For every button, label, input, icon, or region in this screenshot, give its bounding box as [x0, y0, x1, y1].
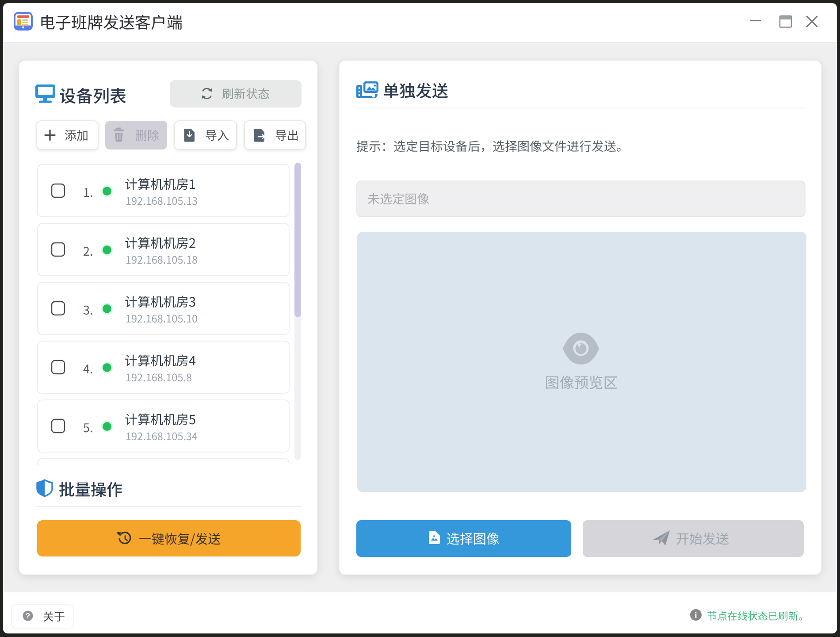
svg-text:i: i: [695, 610, 697, 620]
svg-text:?: ?: [26, 612, 30, 620]
